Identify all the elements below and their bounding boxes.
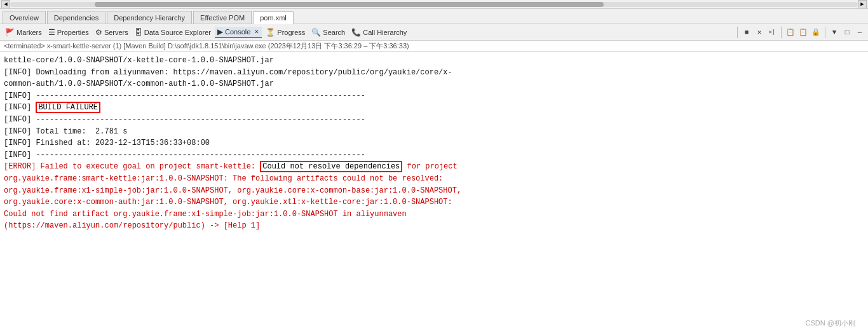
console-label: Console [225,28,250,36]
view-toolbar: 🚩 Markers ☰ Properties ⚙ Servers 🗄 Data … [0,24,868,41]
console-line-10: [ERROR] Failed to execute goal on projec… [4,161,458,172]
console-line-13: org.yaukie.core:x-common-auth:jar:1.0.0-… [4,198,452,207]
progress-label: Progress [277,29,305,36]
console-line-11: org.yaukie.frame:smart-kettle:jar:1.0.0-… [4,174,443,183]
console-line-5: [INFO] BUILD FAILURE [4,102,100,113]
tab-effective-pom[interactable]: Effective POM [193,11,252,24]
toolbar-progress[interactable]: ⏳ Progress [263,27,308,38]
console-icon: ▶ [217,27,223,36]
tab-dependency-hierarchy[interactable]: Dependency Hierarchy [107,11,192,24]
tab-dependencies[interactable]: Dependencies [47,11,105,24]
datasource-icon: 🗄 [135,28,142,37]
console-output[interactable]: kettle-core/1.0.0-SNAPSHOT/x-kettle-core… [0,52,868,335]
scroll-lock-button[interactable]: 🔒 [810,27,822,38]
watermark: CSDN @初小刚 [806,318,855,329]
toolbar-properties[interactable]: ☰ Properties [46,27,92,38]
console-line-12: org.yaukie.frame:x1-simple-job:jar:1.0.0… [4,186,461,195]
maximize-button[interactable]: □ [841,27,853,38]
console-line-9: [INFO] ---------------------------------… [4,151,365,160]
paste-button[interactable]: 📋 [797,27,809,38]
toolbar-separator-2 [781,27,782,38]
minimize-button[interactable]: — [854,27,865,38]
build-failure-highlight: BUILD FAILURE [36,102,100,113]
toolbar-separator-3 [825,27,825,38]
properties-label: Properties [57,29,89,36]
toolbar-datasource[interactable]: 🗄 Data Source Explorer [132,27,214,38]
scrollbar-track[interactable] [10,2,858,7]
servers-icon: ⚙ [95,28,102,37]
stop-button[interactable]: ■ [741,27,752,38]
call-hierarchy-icon: 📞 [351,28,361,37]
scrollbar-thumb[interactable] [95,2,603,7]
toolbar-call-hierarchy[interactable]: 📞 Call Hierarchy [349,27,409,38]
console-line-4: [INFO] ---------------------------------… [4,92,365,100]
search-icon: 🔍 [311,28,321,37]
clear-button[interactable]: ✕| [766,27,778,38]
horizontal-scrollbar[interactable]: ◀ ▶ [0,0,868,9]
progress-icon: ⏳ [266,28,275,37]
expand-button[interactable]: ▼ [829,27,840,38]
status-bar: <terminated> x-smart-kettle-server (1) [… [0,41,868,52]
search-label: Search [323,29,345,36]
console-close-icon[interactable]: ✕ [254,29,259,35]
tab-pom-xml[interactable]: pom.xml [253,11,294,24]
call-hierarchy-label: Call Hierarchy [363,29,407,36]
datasource-label: Data Source Explorer [144,29,211,36]
status-text: <terminated> x-smart-kettle-server (1) [… [4,42,409,50]
copy-button[interactable]: 📋 [785,27,796,38]
console-line-8: [INFO] Finished at: 2023-12-13T15:36:33+… [4,139,210,147]
toolbar-right-buttons: ■ ✕ ✕| 📋 📋 🔒 ▼ □ — [735,27,865,38]
servers-label: Servers [104,29,128,36]
tab-overview[interactable]: Overview [3,11,46,24]
scroll-left-button[interactable]: ◀ [1,0,10,9]
console-line-3: common-auth/1.0.0-SNAPSHOT/x-common-auth… [4,79,274,88]
toolbar-separator-1 [737,27,738,38]
close-console-button[interactable]: ✕ [754,27,765,38]
error-resolve-highlight: Could not resolve dependencies [260,161,402,172]
markers-icon: 🚩 [5,28,15,37]
console-line-1: kettle-core/1.0.0-SNAPSHOT/x-kettle-core… [4,56,274,65]
toolbar-servers[interactable]: ⚙ Servers [93,27,131,38]
editor-tabs: Overview Dependencies Dependency Hierarc… [0,9,868,24]
scroll-right-button[interactable]: ▶ [858,0,867,9]
markers-label: Markers [17,29,42,36]
console-line-15: (https://maven.aliyun.com/repository/pub… [4,221,260,230]
toolbar-search[interactable]: 🔍 Search [309,27,348,38]
console-line-2: [INFO] Downloading from aliyunmaven: htt… [4,68,452,77]
toolbar-console[interactable]: ▶ Console ✕ [215,27,262,38]
console-line-6: [INFO] ---------------------------------… [4,115,365,124]
console-line-14: Could not find artifact org.yaukie.frame… [4,210,407,219]
console-line-7: [INFO] Total time: 2.781 s [4,127,127,136]
properties-icon: ☰ [48,28,55,37]
toolbar-markers[interactable]: 🚩 Markers [3,27,44,38]
